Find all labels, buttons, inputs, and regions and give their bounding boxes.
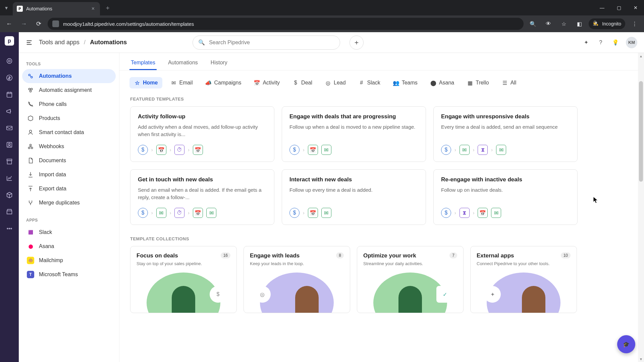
rail-contacts-icon[interactable] [5,140,14,149]
template-card[interactable]: Engage with unresponsive deals Every tim… [433,106,578,162]
sidebar-item-products[interactable]: Products [22,111,116,125]
breadcrumb-root[interactable]: Tools and apps [39,39,79,46]
incognito-indicator[interactable]: 🕵️ Incognito [589,18,625,29]
browser-menu-button[interactable]: ⋮ [629,18,641,30]
scrollbar-thumb[interactable] [639,81,643,182]
eye-off-icon[interactable]: 👁 [542,18,554,30]
bookmark-star-icon[interactable]: ☆ [558,18,570,30]
collection-title: Engage with leads [250,252,300,259]
global-search[interactable]: 🔍 [193,36,340,50]
scroll-down-icon[interactable]: ▼ [638,356,644,362]
template-card[interactable]: Get in touch with new deals Send an emai… [130,169,274,225]
card-flow: $›⧗›📅✉ [441,208,570,218]
content-scrollbar[interactable]: ▲ ▼ [638,53,644,362]
extension-icon[interactable]: ✦ [582,38,590,47]
template-card[interactable]: Re-engage with inactive deals Follow up … [433,169,578,225]
sidebar-item-export-data[interactable]: Export data [22,182,116,196]
sidebar-app-slack[interactable]: 🟪Slack [22,225,116,239]
search-input[interactable] [209,40,334,46]
filter-lead[interactable]: ◎Lead [320,77,351,88]
svg-point-6 [8,143,10,145]
sidebar-item-webhooks[interactable]: Webhooks [22,139,116,154]
rail-box-icon[interactable] [5,190,14,200]
add-button[interactable]: ＋ [350,36,364,50]
rail-calendar-icon[interactable] [5,90,14,99]
rail-dollar-icon[interactable] [5,73,14,82]
rail-archive-icon[interactable] [5,157,14,166]
collection-illustration: $ [130,279,236,313]
filter-campaigns[interactable]: 📣Campaigns [201,77,246,88]
sidebar-item-merge-duplicates[interactable]: Merge duplicates [22,196,116,210]
sidebar-item-label: Import data [39,172,66,178]
app-header: Tools and apps / Automations 🔍 ＋ ✦ ? 💡 K… [19,32,644,53]
window-close-button[interactable]: ✕ [627,0,644,15]
collection-subtitle: Stay on top of your sales pipeline. [137,261,230,266]
filter-activity[interactable]: 📅Activity [249,77,284,88]
tab-title: Automations [26,6,90,11]
help-fab-button[interactable]: 🎓 [617,335,635,353]
sidebar-app-mailchimp[interactable]: 🐵Mailchimp [22,253,116,267]
collection-card[interactable]: External apps10 Connect Pipedrive to you… [470,246,577,313]
side-panel-icon[interactable]: ◧ [573,18,585,30]
sidebar-item-import-data[interactable]: Import data [22,168,116,182]
rail-marketplace-icon[interactable] [5,207,14,217]
sidebar-app-microsoft-teams[interactable]: TMicrosoft Teams [22,267,116,282]
rail-mail-icon[interactable] [5,123,14,133]
sidebar-item-documents[interactable]: Documents [22,154,116,168]
filter-deal[interactable]: $Deal [288,77,317,88]
sidebar-item-phone-calls[interactable]: Phone calls [22,97,116,111]
filter-label: Lead [334,80,346,86]
rail-chart-icon[interactable] [5,174,14,183]
filter-asana[interactable]: ⬤Asana [426,77,459,88]
card-flow: $›📅✉ [289,208,418,218]
card-desc: Add activity when a deal moves, add foll… [138,123,267,138]
template-card[interactable]: Activity follow-up Add activity when a d… [130,106,274,162]
rail-more-icon[interactable] [5,224,14,233]
sidebar-toggle-button[interactable] [25,39,34,47]
sidebar-item-automatic-assignment[interactable]: Automatic assignment [22,83,116,97]
app-main: Tools and apps / Automations 🔍 ＋ ✦ ? 💡 K… [19,32,644,362]
rail-target-icon[interactable] [5,56,14,66]
filter-teams[interactable]: 👥Teams [388,77,422,88]
lightbulb-icon[interactable]: 💡 [611,38,620,47]
svg-rect-3 [7,93,12,98]
filter-home[interactable]: ☆Home [129,77,162,88]
browser-tab[interactable]: P Automations × [13,2,100,15]
tab-search-button[interactable]: ▾ [0,0,13,15]
collection-card[interactable]: Optimize your work7 Streamline your dail… [357,246,464,313]
svg-rect-8 [7,161,12,164]
app-logo[interactable]: p [5,36,14,46]
tab-automations[interactable]: Automations [167,56,199,70]
filter-all[interactable]: ☰All [497,77,521,88]
megaphone-icon: 📣 [205,80,211,86]
filter-slack[interactable]: #Slack [354,77,385,88]
filter-trello[interactable]: ▦Trello [462,77,493,88]
help-icon[interactable]: ? [596,38,605,47]
card-desc: Follow up when a deal is moved to a new … [289,123,418,138]
rail-megaphone-icon[interactable] [5,107,14,116]
reload-button[interactable]: ⟳ [33,18,44,29]
new-tab-button[interactable]: ＋ [100,4,115,12]
back-button[interactable]: ← [3,18,15,29]
filter-email[interactable]: ✉Email [166,77,197,88]
zoom-icon[interactable]: 🔍 [527,18,539,30]
site-info-icon[interactable] [52,20,59,27]
sidebar-item-automations[interactable]: Automations [22,69,116,83]
filter-label: Trello [476,80,489,86]
tab-close-button[interactable]: × [90,6,96,12]
template-card[interactable]: Interact with new deals Follow up every … [282,169,426,225]
address-bar[interactable]: moodjoy1altd.pipedrive.com/settings/auto… [48,18,524,30]
template-card[interactable]: Engage with deals that are progressing F… [282,106,426,162]
chevron-right-icon: › [151,147,153,153]
scroll-up-icon[interactable]: ▲ [638,53,644,59]
collection-card[interactable]: Focus on deals16 Stay on top of your sal… [130,246,237,313]
tab-history[interactable]: History [209,56,229,70]
tab-templates[interactable]: Templates [129,56,157,70]
sidebar-app-asana[interactable]: ⬤Asana [22,239,116,253]
collection-card[interactable]: Engage with leads8 Keep your leads in th… [244,246,350,313]
window-minimize-button[interactable]: ― [594,0,610,15]
forward-button[interactable]: → [18,18,30,29]
user-avatar[interactable]: KM [626,37,637,48]
sidebar-item-smart-contact-data[interactable]: Smart contact data [22,125,116,139]
window-maximize-button[interactable]: ▢ [610,0,627,15]
